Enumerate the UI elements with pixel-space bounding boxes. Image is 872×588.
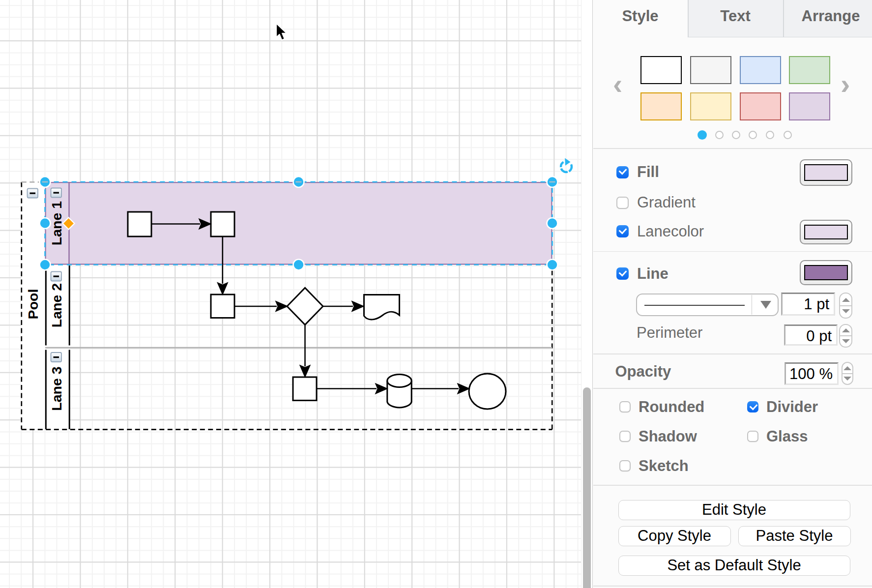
svg-text:Lane 3: Lane 3 bbox=[49, 366, 64, 411]
svg-text:Pool: Pool bbox=[25, 289, 41, 320]
svg-text:Lane 2: Lane 2 bbox=[49, 283, 64, 327]
